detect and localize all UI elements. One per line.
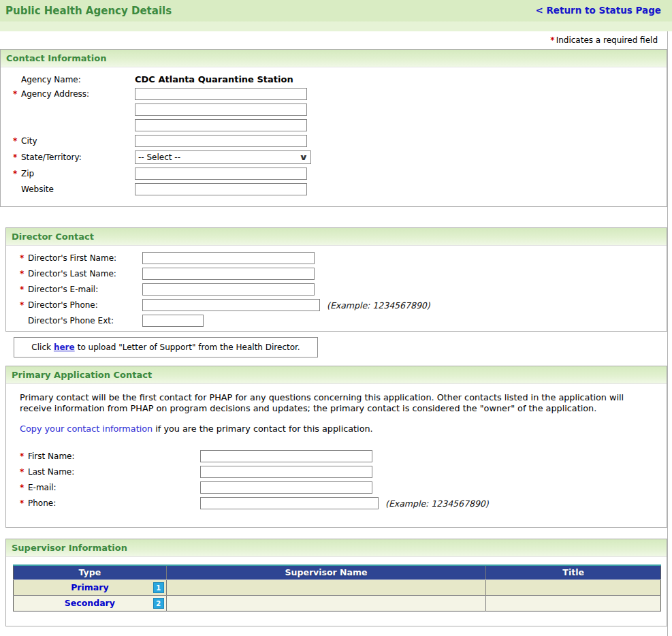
column-header-title: Title: [486, 565, 661, 579]
primary-email-input[interactable]: [200, 481, 372, 494]
required-field-note: *Indicates a required field: [0, 31, 667, 48]
required-asterisk: *: [20, 285, 28, 294]
state-territory-select[interactable]: -- Select -- ∨: [135, 150, 311, 164]
agency-name-label: Agency Name:: [21, 75, 135, 84]
table-row-primary-supervisor: Primary 1: [14, 579, 661, 595]
director-email-label: Director's E-mail:: [28, 285, 142, 294]
supervisor-table-header-row: Type Supervisor Name Title: [14, 565, 661, 579]
director-email-input[interactable]: [142, 283, 315, 296]
director-last-name-input[interactable]: [142, 268, 315, 280]
upload-text-pre: Click: [31, 343, 51, 352]
agency-address-row: * Agency Address:: [13, 88, 667, 100]
director-first-name-label: Director's First Name:: [28, 253, 142, 263]
primary-supervisor-link[interactable]: Primary: [71, 582, 108, 592]
contact-section-header: Contact Information: [1, 50, 667, 67]
letter-of-support-upload-box: Click here to upload "Letter of Support"…: [14, 337, 318, 357]
chevron-down-icon: ∨: [299, 153, 308, 162]
section-primary-application-contact: Primary Application Contact Primary cont…: [5, 366, 667, 528]
director-email-row: * Director's E-mail:: [20, 283, 667, 296]
director-phone-label: Director's Phone:: [28, 300, 142, 310]
required-asterisk: *: [13, 169, 21, 178]
secondary-supervisor-name-cell: [166, 595, 485, 611]
primary-supervisor-title-cell: [486, 579, 661, 595]
primary-last-name-row: * Last Name:: [20, 466, 667, 478]
return-to-status-link[interactable]: < Return to Status Page: [535, 5, 661, 16]
primary-phone-input[interactable]: [200, 497, 379, 509]
website-label: Website: [21, 185, 135, 194]
phone-example-text: (Example: 1234567890): [327, 300, 430, 311]
director-phone-row: * Director's Phone: (Example: 1234567890…: [20, 299, 667, 311]
required-asterisk: *: [20, 467, 28, 477]
state-select-value: -- Select --: [138, 153, 180, 162]
upload-text-post: to upload "Letter of Support" from the H…: [78, 343, 300, 352]
table-row-secondary-supervisor: Secondary 2: [14, 595, 661, 611]
copy-contact-line: Copy your contact information if you are…: [20, 424, 667, 434]
city-label: City: [21, 136, 135, 146]
zip-input[interactable]: [135, 168, 307, 180]
column-header-type: Type: [14, 565, 167, 579]
director-last-name-label: Director's Last Name:: [28, 269, 142, 279]
page-title: Public Health Agency Details: [5, 5, 172, 17]
primary-section-header: Primary Application Contact: [6, 366, 667, 384]
required-asterisk: *: [20, 300, 28, 310]
primary-first-name-label: First Name:: [28, 451, 200, 461]
agency-name-value: CDC Atlanta Quarantine Station: [135, 74, 293, 84]
title-bar: Public Health Agency Details < Return to…: [0, 0, 672, 31]
primary-first-name-input[interactable]: [200, 450, 372, 462]
upload-here-link[interactable]: here: [54, 343, 75, 352]
copy-contact-link[interactable]: Copy your contact information: [20, 424, 153, 434]
primary-last-name-input[interactable]: [200, 466, 372, 478]
required-asterisk: *: [13, 89, 21, 99]
primary-email-label: E-mail:: [28, 483, 200, 492]
agency-address-line3-input[interactable]: [135, 119, 307, 131]
row-number-badge[interactable]: 1: [153, 582, 164, 593]
required-asterisk: *: [20, 451, 28, 461]
phone-example-text: (Example: 1234567890): [385, 498, 489, 509]
required-asterisk: *: [20, 498, 28, 508]
supervisor-section-header: Supervisor Information: [6, 539, 667, 557]
row-number-badge[interactable]: 2: [153, 598, 164, 609]
primary-email-row: * E-mail:: [20, 481, 667, 494]
secondary-supervisor-link[interactable]: Secondary: [65, 598, 115, 608]
director-last-name-row: * Director's Last Name:: [20, 268, 667, 280]
primary-last-name-label: Last Name:: [28, 467, 200, 477]
agency-address-row2: [13, 104, 667, 116]
primary-supervisor-name-cell: [166, 579, 485, 595]
required-asterisk: *: [20, 483, 28, 492]
required-asterisk: *: [13, 136, 21, 146]
required-asterisk: *: [20, 253, 28, 263]
director-section-header: Director Contact: [6, 228, 667, 246]
director-first-name-input[interactable]: [142, 252, 315, 264]
agency-address-line1-input[interactable]: [135, 88, 307, 100]
required-asterisk: *: [13, 153, 21, 162]
page-content: *Indicates a required field Contact Info…: [0, 31, 668, 636]
city-input[interactable]: [135, 135, 307, 147]
zip-label: Zip: [21, 169, 135, 178]
director-phone-input[interactable]: [142, 299, 320, 311]
state-territory-row: * State/Territory: -- Select -- ∨: [13, 150, 667, 164]
state-territory-label: State/Territory:: [21, 153, 135, 162]
required-note-text: Indicates a required field: [556, 35, 658, 45]
required-asterisk: *: [20, 269, 28, 279]
director-phone-ext-input[interactable]: [142, 315, 204, 327]
primary-phone-row: * Phone: (Example: 1234567890): [20, 497, 667, 509]
agency-address-row3: [13, 119, 667, 131]
director-first-name-row: * Director's First Name:: [20, 252, 667, 264]
primary-first-name-row: * First Name:: [20, 450, 667, 462]
copy-contact-suffix: if you are the primary contact for this …: [153, 424, 372, 434]
director-phone-ext-row: Director's Phone Ext:: [20, 315, 667, 327]
agency-address-label: Agency Address:: [21, 89, 135, 99]
section-director-contact: Director Contact * Director's First Name…: [5, 227, 667, 332]
column-header-supervisor-name: Supervisor Name: [166, 565, 485, 579]
director-phone-ext-label: Director's Phone Ext:: [28, 316, 142, 325]
agency-address-line2-input[interactable]: [135, 104, 307, 116]
primary-contact-description: Primary contact will be the first contac…: [20, 392, 657, 413]
agency-name-row: Agency Name: CDC Atlanta Quarantine Stat…: [13, 74, 667, 84]
zip-row: * Zip: [13, 168, 667, 180]
website-row: Website: [13, 183, 667, 195]
primary-phone-label: Phone:: [28, 498, 200, 508]
city-row: * City: [13, 135, 667, 147]
section-contact-information: Contact Information Agency Name: CDC Atl…: [0, 49, 667, 207]
website-input[interactable]: [135, 183, 307, 195]
section-supervisor-information: Supervisor Information Type Supervisor N…: [5, 539, 667, 626]
